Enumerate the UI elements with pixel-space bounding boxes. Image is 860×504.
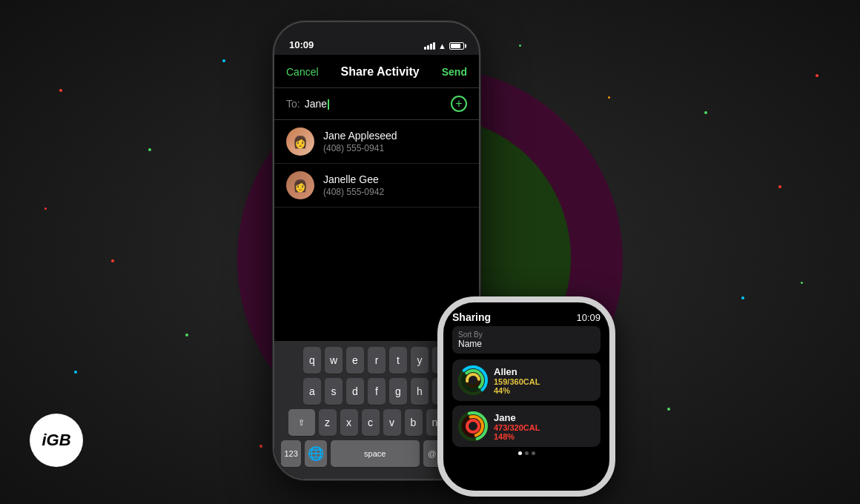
send-button[interactable]: Send (442, 66, 467, 78)
decorative-dot (59, 89, 62, 92)
avatar-janelle-gee: 👩 (286, 171, 314, 199)
cursor (328, 99, 329, 110)
contact-name: Janelle Gee (323, 173, 384, 185)
contact-janelle-gee[interactable]: 👩 Janelle Gee (408) 555-0942 (274, 164, 479, 208)
watch-screen: Sharing 10:09 Sort By Name (443, 302, 609, 491)
decorative-dot (111, 259, 114, 262)
to-field: To: Jane + (274, 88, 479, 120)
key-d[interactable]: d (346, 378, 364, 405)
key-e[interactable]: e (346, 347, 364, 374)
key-v[interactable]: v (383, 409, 401, 436)
decorative-dot (801, 282, 803, 284)
key-t[interactable]: t (389, 347, 407, 374)
decorative-dot (44, 208, 47, 210)
decorative-dot (185, 334, 188, 336)
to-label: To: (286, 98, 300, 110)
watch-percent-allen: 44% (494, 386, 540, 395)
share-activity-title: Share Activity (341, 65, 420, 79)
contact-phone: (408) 555-0942 (323, 187, 384, 197)
key-w[interactable]: w (325, 347, 343, 374)
key-x[interactable]: x (340, 409, 358, 436)
decorative-dot (816, 74, 818, 77)
space-key[interactable]: space (331, 440, 420, 467)
key-s[interactable]: s (325, 378, 343, 405)
watch-dot-2 (525, 451, 529, 455)
key-h[interactable]: h (411, 378, 429, 405)
numbers-key[interactable]: 123 (281, 440, 300, 467)
to-input[interactable]: Jane (305, 98, 446, 110)
contact-name: Jane Appleseed (323, 130, 397, 142)
contact-info-janelle-gee: Janelle Gee (408) 555-0942 (323, 173, 384, 197)
key-q[interactable]: q (303, 347, 321, 374)
watch-contact-jane[interactable]: Jane 473/320CAL 148% (452, 405, 601, 447)
battery-icon (449, 42, 464, 50)
key-z[interactable]: z (319, 409, 337, 436)
decorative-dot (741, 296, 744, 299)
watch-calories-jane: 473/320CAL (494, 423, 540, 432)
decorative-dot (519, 44, 521, 47)
decorative-dot (74, 371, 77, 374)
avatar-jane-appleseed: 👩 (286, 127, 314, 156)
watch-contact-name-jane: Jane (494, 412, 540, 423)
signal-bars-icon (424, 42, 435, 50)
watch-calories-allen: 159/360CAL (494, 377, 540, 386)
iphone-notch (332, 22, 421, 43)
decorative-dot (148, 148, 151, 151)
decorative-dot (704, 111, 707, 114)
watch-contact-info-jane: Jane 473/320CAL 148% (494, 412, 540, 441)
watch-contact-info-allen: Allen 159/360CAL 44% (494, 366, 540, 395)
watch-dot-3 (532, 451, 535, 455)
watch-page-dots (452, 451, 601, 455)
key-c[interactable]: c (362, 409, 380, 436)
watch-time: 10:09 (576, 312, 601, 323)
cancel-button[interactable]: Cancel (286, 66, 319, 78)
watch-sort-row[interactable]: Sort By Name (452, 326, 601, 354)
watch-sort-value: Name (458, 339, 595, 349)
key-r[interactable]: r (368, 347, 386, 374)
activity-ring-jane (458, 411, 488, 441)
contact-info-jane-appleseed: Jane Appleseed (408) 555-0941 (323, 130, 397, 153)
iphone-time: 10:09 (289, 39, 314, 50)
activity-ring-allen (458, 365, 488, 395)
emoji-key[interactable]: 🌐 (305, 440, 327, 467)
decorative-dot (222, 59, 225, 62)
watch-contact-allen[interactable]: Allen 159/360CAL 44% (452, 359, 601, 401)
wifi-icon: ▲ (438, 42, 446, 50)
watch-sort-label: Sort By (458, 331, 595, 339)
key-y[interactable]: y (411, 347, 429, 374)
iphone-status-icons: ▲ (424, 42, 464, 50)
igb-logo: iGB (30, 414, 83, 467)
contact-phone: (408) 555-0941 (323, 143, 397, 153)
key-a[interactable]: a (303, 378, 321, 405)
add-recipient-button[interactable]: + (451, 96, 467, 112)
shift-key[interactable]: ⇧ (288, 409, 315, 436)
igb-text: iGB (42, 431, 70, 450)
watch-dot-1 (518, 451, 522, 455)
key-g[interactable]: g (389, 378, 407, 405)
watch-percent-jane: 148% (494, 432, 540, 441)
watch-sharing-title: Sharing (452, 311, 491, 323)
key-f[interactable]: f (368, 378, 386, 405)
apple-watch-device: Sharing 10:09 Sort By Name (437, 296, 615, 497)
key-b[interactable]: b (405, 409, 423, 436)
decorative-dot (778, 185, 781, 188)
decorative-dot (608, 96, 610, 99)
contact-jane-appleseed[interactable]: 👩 Jane Appleseed (408) 555-0941 (274, 120, 479, 164)
share-activity-header: Cancel Share Activity Send (274, 55, 479, 88)
watch-contact-name-allen: Allen (494, 366, 540, 377)
decorative-dot (667, 408, 670, 411)
decorative-dot (259, 445, 262, 448)
watch-header: Sharing 10:09 (452, 311, 601, 323)
svg-point-11 (467, 420, 479, 432)
